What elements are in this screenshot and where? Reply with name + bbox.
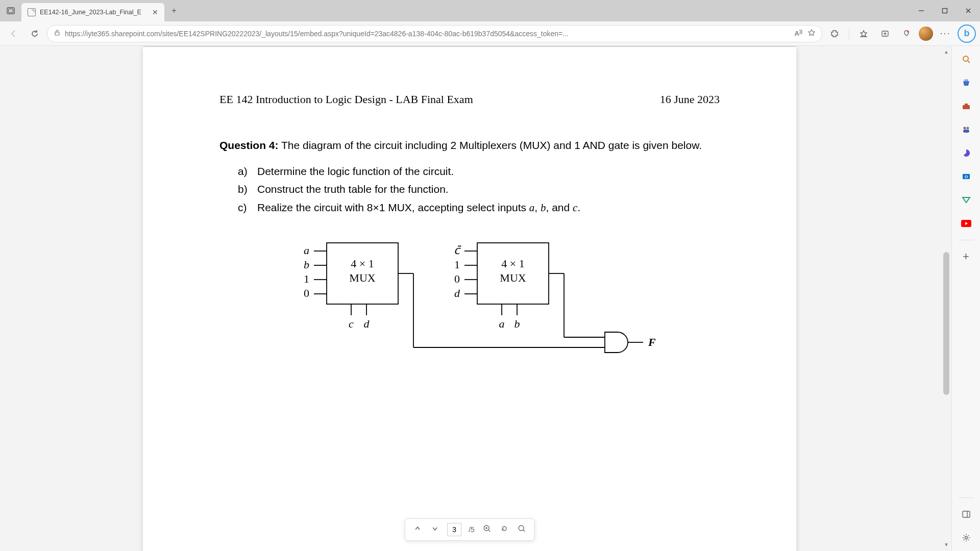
svg-point-56	[963, 56, 968, 61]
drop-icon[interactable]	[959, 193, 973, 207]
question-text: The diagram of the circuit including 2 M…	[279, 139, 702, 151]
svg-text:a: a	[304, 244, 309, 257]
favorites-button[interactable]	[854, 24, 873, 43]
rotate-button[interactable]	[499, 524, 509, 535]
more-button[interactable]: ···	[936, 24, 954, 43]
youtube-icon[interactable]	[959, 216, 973, 231]
svg-text:b: b	[514, 317, 520, 330]
pdf-toolbar: /5	[405, 518, 534, 541]
url-text: https://iyte365.sharepoint.com/sites/EE1…	[65, 30, 791, 38]
svg-text:a: a	[499, 317, 505, 330]
svg-point-62	[963, 127, 966, 130]
search-icon[interactable]	[959, 52, 973, 66]
outlook-icon[interactable]: O	[959, 169, 973, 184]
prev-page-button[interactable]	[412, 525, 423, 534]
svg-text:MUX: MUX	[500, 271, 526, 284]
close-tab-icon[interactable]: ✕	[152, 8, 158, 16]
svg-text:1: 1	[454, 258, 460, 271]
zoom-in-button[interactable]	[482, 524, 492, 535]
part-a-label: a)	[238, 162, 250, 181]
doc-course-title: EE 142 Introduction to Logic Design - LA…	[219, 93, 473, 106]
svg-point-59	[966, 80, 968, 81]
svg-point-63	[966, 127, 969, 130]
svg-rect-60	[963, 105, 970, 109]
tools-icon[interactable]	[959, 99, 973, 113]
svg-line-57	[968, 61, 970, 63]
lock-icon	[54, 29, 61, 38]
svg-rect-68	[963, 511, 970, 517]
minimize-button[interactable]	[910, 0, 933, 21]
file-icon	[28, 8, 36, 16]
scrollbar[interactable]: ▲ ▼	[942, 48, 950, 549]
part-a-text: Determine the logic function of the circ…	[257, 162, 454, 181]
part-b-label: b)	[238, 180, 250, 198]
back-button[interactable]	[4, 24, 22, 43]
extensions-icon[interactable]	[825, 24, 844, 43]
svg-text:0: 0	[304, 287, 309, 299]
part-b-text: Construct the truth table for the functi…	[257, 180, 449, 198]
scroll-down-icon[interactable]: ▼	[942, 541, 950, 549]
page-total: /5	[469, 525, 475, 534]
svg-line-51	[488, 530, 490, 532]
favorite-icon[interactable]	[807, 29, 816, 38]
fit-page-button[interactable]	[517, 524, 527, 535]
hide-sidebar-icon[interactable]	[959, 507, 973, 521]
add-sidebar-button[interactable]: +	[959, 249, 973, 264]
shopping-icon[interactable]	[959, 76, 973, 90]
new-tab-button[interactable]: +	[166, 3, 182, 18]
profile-avatar[interactable]	[919, 27, 933, 41]
svg-text:d: d	[454, 287, 460, 299]
next-page-button[interactable]	[430, 525, 440, 534]
settings-icon[interactable]	[959, 531, 973, 545]
office-icon[interactable]	[959, 146, 973, 160]
svg-point-11	[907, 31, 909, 33]
svg-text:1: 1	[304, 272, 309, 285]
scroll-up-icon[interactable]: ▲	[942, 48, 950, 56]
doc-date: 16 June 2023	[660, 93, 720, 106]
maximize-button[interactable]	[933, 0, 957, 21]
svg-rect-1	[9, 9, 13, 13]
svg-text:0: 0	[454, 272, 460, 285]
svg-point-70	[965, 537, 967, 539]
svg-point-54	[519, 525, 524, 531]
browser-essentials-icon[interactable]	[897, 24, 916, 43]
address-bar[interactable]: https://iyte365.sharepoint.com/sites/EE1…	[47, 25, 822, 42]
page-number-input[interactable]	[447, 523, 461, 536]
browser-tab[interactable]: EE142-16_June_2023-Lab_Final_E ✕	[21, 3, 164, 21]
svg-text:MUX: MUX	[349, 271, 375, 284]
games-icon[interactable]	[959, 122, 973, 137]
question-label: Question 4:	[219, 139, 279, 151]
part-c-label: c)	[238, 198, 250, 217]
scroll-thumb[interactable]	[943, 252, 949, 395]
close-window-button[interactable]	[957, 0, 980, 21]
svg-text:F: F	[648, 336, 656, 348]
svg-text:d: d	[364, 317, 370, 330]
svg-text:c: c	[349, 317, 354, 330]
bing-button[interactable]: b	[958, 24, 976, 43]
tab-title: EE142-16_June_2023-Lab_Final_E	[40, 9, 148, 16]
edge-sidebar: O +	[951, 46, 980, 551]
svg-point-58	[964, 80, 966, 81]
svg-text:b: b	[304, 258, 309, 271]
collections-button[interactable]	[876, 24, 894, 43]
svg-text:4 × 1: 4 × 1	[351, 257, 374, 270]
read-aloud-icon[interactable]: A))	[795, 29, 802, 37]
svg-rect-3	[943, 9, 947, 13]
circuit-diagram: 4 × 1 MUX a b 1 0 c d	[291, 238, 720, 372]
svg-text:c̄: c̄	[454, 244, 461, 257]
svg-rect-64	[963, 130, 969, 133]
svg-line-55	[523, 530, 525, 532]
svg-text:4 × 1: 4 × 1	[501, 257, 524, 270]
svg-text:O: O	[964, 174, 967, 179]
svg-rect-6	[55, 32, 59, 35]
part-c-text: Realize the circuit with 8×1 MUX, accept…	[257, 198, 580, 217]
document-page: EE 142 Introduction to Logic Design - LA…	[143, 47, 796, 551]
svg-rect-61	[965, 104, 968, 106]
tabs-overview-icon[interactable]	[0, 0, 21, 21]
refresh-button[interactable]	[26, 24, 44, 43]
